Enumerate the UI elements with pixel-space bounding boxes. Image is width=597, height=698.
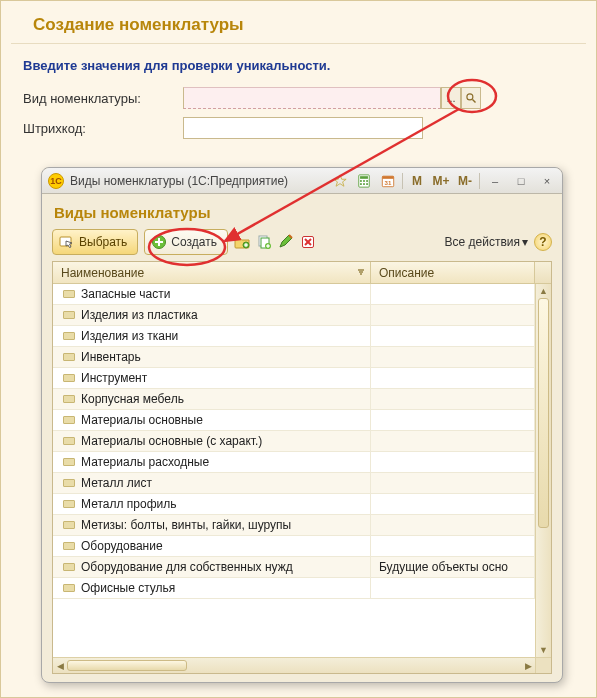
row-desc-cell — [371, 452, 535, 473]
row-desc-cell — [371, 389, 535, 410]
select-button[interactable]: Выбрать — [52, 229, 138, 255]
create-button[interactable]: Создать — [144, 229, 228, 255]
scroll-corner — [535, 658, 551, 673]
row-name-cell: Металл профиль — [81, 497, 176, 511]
delete-icon[interactable] — [300, 234, 316, 250]
row-desc-cell — [371, 347, 535, 368]
row-desc-cell — [371, 536, 535, 557]
instruction-text: Введите значения для проверки уникальнос… — [23, 58, 596, 73]
table-row[interactable]: Оборудование — [53, 536, 535, 557]
vertical-scrollbar[interactable]: ▲ ▼ — [535, 284, 551, 657]
svg-rect-25 — [266, 245, 270, 246]
table-row[interactable]: Металл лист — [53, 473, 535, 494]
row-item-icon — [63, 353, 75, 361]
grid-header: Наименование Описание — [53, 262, 551, 284]
row-desc-cell — [371, 326, 535, 347]
popup-toolbar: Выбрать Создать Все действия ▾ — [52, 229, 552, 255]
app-icon: 1C — [48, 173, 64, 189]
all-actions-label: Все действия — [445, 235, 520, 249]
svg-rect-5 — [360, 180, 362, 182]
favorite-icon[interactable] — [330, 172, 350, 190]
select-button-label: Выбрать — [79, 235, 127, 249]
horizontal-scrollbar[interactable]: ◀ ▶ — [53, 657, 551, 673]
table-row[interactable]: Материалы основные (с характ.) — [53, 431, 535, 452]
nomenclature-types-popup: 1C Виды номенклатуры (1С:Предприятие) 31… — [41, 167, 563, 683]
table-row[interactable]: Материалы расходные — [53, 452, 535, 473]
table-row[interactable]: Корпусная мебель — [53, 389, 535, 410]
table-row[interactable]: Метизы: болты, винты, гайки, шурупы — [53, 515, 535, 536]
row-item-icon — [63, 500, 75, 508]
table-row[interactable]: Изделия из пластика — [53, 305, 535, 326]
table-row[interactable]: Металл профиль — [53, 494, 535, 515]
row-item-icon — [63, 311, 75, 319]
hscroll-thumb[interactable] — [67, 660, 187, 671]
nomenclature-type-input[interactable] — [183, 87, 441, 109]
row-name-cell: Запасные части — [81, 287, 170, 301]
row-item-icon — [63, 458, 75, 466]
edit-icon[interactable] — [278, 234, 294, 250]
column-header-desc-label: Описание — [379, 266, 434, 280]
all-actions-button[interactable]: Все действия ▾ — [445, 235, 528, 249]
nomenclature-type-label: Вид номенклатуры: — [23, 91, 183, 106]
row-item-icon — [63, 521, 75, 529]
row-desc-cell: Будущие объекты осно — [371, 557, 535, 578]
grid-rows: Запасные частиИзделия из пластикаИзделия… — [53, 284, 535, 657]
popup-titlebar[interactable]: 1C Виды номенклатуры (1С:Предприятие) 31… — [42, 168, 562, 194]
minimize-button[interactable]: – — [484, 172, 506, 190]
page-title: Создание номенклатуры — [11, 1, 586, 44]
row-item-icon — [63, 437, 75, 445]
row-desc-cell — [371, 578, 535, 599]
table-row[interactable]: Запасные части — [53, 284, 535, 305]
sort-indicator-icon — [356, 266, 366, 280]
calendar-icon[interactable]: 31 — [378, 172, 398, 190]
table-row[interactable]: Инвентарь — [53, 347, 535, 368]
row-name-cell: Металл лист — [81, 476, 152, 490]
calculator-icon[interactable] — [354, 172, 374, 190]
scroll-left-icon[interactable]: ◀ — [53, 661, 67, 671]
column-header-name-label: Наименование — [61, 266, 144, 280]
nomenclature-search-button[interactable] — [461, 87, 481, 109]
memory-mminus-button[interactable]: M- — [455, 172, 475, 190]
close-button[interactable]: × — [536, 172, 558, 190]
popup-window-title: Виды номенклатуры (1С:Предприятие) — [70, 174, 288, 188]
titlebar-separator — [402, 173, 403, 189]
create-button-label: Создать — [171, 235, 217, 249]
column-header-desc[interactable]: Описание — [371, 262, 535, 283]
scroll-up-icon[interactable]: ▲ — [536, 284, 551, 298]
row-name-cell: Метизы: болты, винты, гайки, шурупы — [81, 518, 291, 532]
svg-rect-20 — [244, 244, 248, 245]
row-desc-cell — [371, 515, 535, 536]
scroll-down-icon[interactable]: ▼ — [536, 643, 551, 657]
scroll-right-icon[interactable]: ▶ — [521, 661, 535, 671]
cursor-select-icon — [59, 234, 75, 250]
scroll-header-corner — [535, 262, 551, 283]
svg-rect-10 — [366, 183, 368, 185]
scroll-thumb[interactable] — [538, 298, 549, 528]
svg-rect-9 — [363, 183, 365, 185]
row-item-icon — [63, 584, 75, 592]
row-item-icon — [63, 542, 75, 550]
titlebar-separator — [479, 173, 480, 189]
column-header-name[interactable]: Наименование — [53, 262, 371, 283]
table-row[interactable]: Офисные стулья — [53, 578, 535, 599]
svg-point-0 — [467, 94, 473, 100]
row-name-cell: Материалы основные — [81, 413, 203, 427]
row-item-icon — [63, 416, 75, 424]
table-row[interactable]: Материалы основные — [53, 410, 535, 431]
svg-rect-8 — [360, 183, 362, 185]
maximize-button[interactable]: □ — [510, 172, 532, 190]
table-row[interactable]: Инструмент — [53, 368, 535, 389]
dropdown-icon: ▾ — [522, 235, 528, 249]
nomenclature-choose-button[interactable]: ... — [441, 87, 461, 109]
memory-mplus-button[interactable]: M+ — [431, 172, 451, 190]
svg-marker-2 — [334, 174, 346, 185]
help-button[interactable]: ? — [534, 233, 552, 251]
memory-m-button[interactable]: M — [407, 172, 427, 190]
folder-add-icon[interactable] — [234, 234, 250, 250]
row-item-icon — [63, 563, 75, 571]
table-row[interactable]: Оборудование для собственных нуждБудущие… — [53, 557, 535, 578]
barcode-input[interactable] — [183, 117, 423, 139]
table-row[interactable]: Изделия из ткани — [53, 326, 535, 347]
row-name-cell: Офисные стулья — [81, 581, 175, 595]
copy-icon[interactable] — [256, 234, 272, 250]
